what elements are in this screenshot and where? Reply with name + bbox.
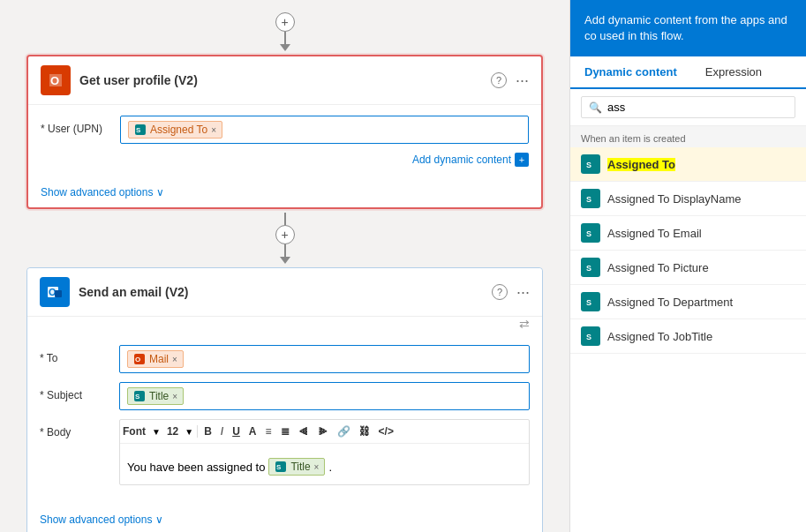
help-button-get-user[interactable]: ? [491, 72, 507, 88]
bold-button[interactable]: B [201, 423, 215, 439]
tab-expression[interactable]: Expression [691, 56, 776, 89]
card-actions-get-user: ? ··· [491, 71, 529, 90]
numbered-list-button[interactable]: ≣ [278, 423, 292, 439]
size-dropdown-icon[interactable]: ▼ [185, 427, 193, 437]
user-upn-row: * User (UPN) S Assigned To × [41, 116, 529, 144]
resize-handle: ⇄ [27, 317, 542, 331]
unlink-button[interactable]: ⛓ [357, 423, 373, 439]
resize-icon: ⇄ [519, 317, 530, 331]
align-left-button[interactable]: ⫷ [296, 423, 312, 439]
link-button[interactable]: 🔗 [335, 423, 353, 439]
user-upn-label: * User (UPN) [41, 116, 120, 135]
show-advanced-button-get-user[interactable]: Show advanced options ∨ [41, 186, 164, 199]
card-title-get-user: Get user profile (V2) [79, 73, 491, 87]
send-email-card: O Send an email (V2) ? ··· ⇄ * To [26, 267, 543, 532]
section-label: When an item is created [570, 126, 806, 147]
subject-input[interactable]: S Title × [119, 382, 530, 410]
svg-text:S: S [136, 126, 141, 134]
italic-button[interactable]: I [218, 423, 226, 439]
mail-token: O Mail × [127, 350, 184, 368]
font-dropdown-icon[interactable]: ▼ [152, 427, 161, 437]
top-plus-button[interactable]: + [275, 12, 295, 32]
card-header-send-email: O Send an email (V2) ? ··· [27, 268, 542, 317]
list-item-assigned-to-displayname[interactable]: S Assigned To DisplayName [570, 182, 806, 216]
body-editor[interactable]: Font ▼ 12 ▼ B I U A ≡ ≣ ⫷ ⫸ 🔗 [119, 419, 530, 485]
tab-dynamic-content[interactable]: Dynamic content [570, 56, 691, 89]
to-input[interactable]: O Mail × [119, 345, 530, 373]
svg-text:S: S [586, 229, 591, 238]
font-select[interactable]: Font [120, 423, 148, 439]
formatting-toolbar: Font ▼ 12 ▼ B I U A ≡ ≣ ⫷ ⫸ 🔗 [120, 420, 529, 444]
middle-plus-button[interactable]: + [275, 225, 295, 244]
get-user-profile-card: O Get user profile (V2) ? ··· * User (UP… [26, 55, 543, 209]
title-token-subject-close[interactable]: × [172, 392, 177, 401]
sp-icon-email-svg: S [584, 227, 597, 239]
sp-icon-body-svg: S [275, 461, 286, 472]
svg-text:S: S [586, 195, 591, 204]
more-options-get-user[interactable]: ··· [516, 71, 529, 90]
add-dynamic-button[interactable]: Add dynamic content + [412, 153, 529, 167]
title-token-body: S Title × [268, 458, 325, 476]
font-size[interactable]: 12 [164, 423, 181, 439]
add-dynamic-label: Add dynamic content [412, 154, 511, 166]
more-options-send-email[interactable]: ··· [516, 283, 530, 302]
title-icon-subject: S [133, 390, 146, 402]
align-center-button[interactable]: ⫸ [315, 423, 331, 439]
mail-icon-svg: O [134, 354, 145, 364]
title-token-body-close[interactable]: × [314, 462, 320, 472]
middle-connector: + [18, 213, 552, 264]
chevron-down-icon-email: ∨ [155, 513, 163, 526]
mail-token-label: Mail [149, 353, 169, 365]
svg-text:S: S [586, 298, 591, 307]
help-button-send-email[interactable]: ? [492, 284, 508, 300]
svg-text:S: S [276, 463, 282, 471]
office-icon: O [41, 65, 71, 95]
card-body-get-user: * User (UPN) S Assigned To × [28, 105, 541, 177]
token-close[interactable]: × [211, 125, 216, 135]
sp-item-icon-svg: S [584, 158, 597, 170]
user-upn-text-input[interactable] [226, 124, 521, 137]
list-item-assigned-to-department[interactable]: S Assigned To Department [570, 285, 806, 319]
card-body-send-email: * To O Mail × * Su [27, 334, 542, 505]
list-item-assigned-to-email[interactable]: S Assigned To Email [570, 216, 806, 251]
body-text: You have been assigned to [127, 461, 265, 474]
body-period: . [328, 461, 332, 474]
item-icon-email: S [581, 223, 600, 243]
card-footer-get-user: Show advanced options ∨ [28, 177, 541, 207]
show-advanced-button-send-email[interactable]: Show advanced options ∨ [40, 513, 163, 526]
title-token-subject-label: Title [149, 390, 169, 402]
office-logo-svg: O [47, 71, 64, 89]
list-item-assigned-to[interactable]: S Assigned To [570, 147, 806, 182]
font-color-button[interactable]: A [246, 423, 260, 439]
item-label-picture: Assigned To Picture [607, 261, 709, 274]
to-label: * To [40, 345, 119, 364]
panel-header-text: Add dynamic content from the apps and co… [584, 13, 787, 42]
item-label-jobtitle: Assigned To JobTitle [607, 330, 712, 343]
bullet-list-button[interactable]: ≡ [263, 423, 275, 439]
title-icon-body: S [275, 461, 287, 473]
token-icon: S [134, 124, 147, 136]
search-icon: 🔍 [589, 101, 602, 114]
item-label-displayname: Assigned To DisplayName [607, 192, 742, 206]
card-title-send-email: Send an email (V2) [79, 285, 492, 299]
svg-text:O: O [50, 74, 59, 87]
underline-button[interactable]: U [230, 423, 243, 439]
title-token-subject: S Title × [127, 387, 184, 405]
list-item-assigned-to-jobtitle[interactable]: S Assigned To JobTitle [570, 319, 806, 354]
list-item-assigned-to-picture[interactable]: S Assigned To Picture [570, 251, 806, 285]
subject-row: * Subject S Title × [40, 382, 530, 410]
dynamic-content-panel: Add dynamic content from the apps and co… [569, 0, 806, 532]
show-advanced-label-get-user: Show advanced options [41, 186, 153, 199]
mail-token-close[interactable]: × [172, 355, 177, 364]
panel-search-area: 🔍 [570, 89, 806, 126]
search-input[interactable] [607, 101, 787, 114]
panel-header: Add dynamic content from the apps and co… [570, 0, 806, 56]
body-content-area[interactable]: You have been assigned to S Title × [120, 449, 529, 484]
html-button[interactable]: </> [376, 423, 396, 439]
item-label-department: Assigned To Department [607, 296, 733, 309]
item-icon-department: S [581, 292, 600, 311]
user-upn-input[interactable]: S Assigned To × [120, 116, 529, 144]
add-dynamic-row: Add dynamic content + [41, 153, 529, 167]
outlook-logo-svg: O [46, 283, 64, 301]
title-token-body-label: Title [290, 461, 310, 473]
